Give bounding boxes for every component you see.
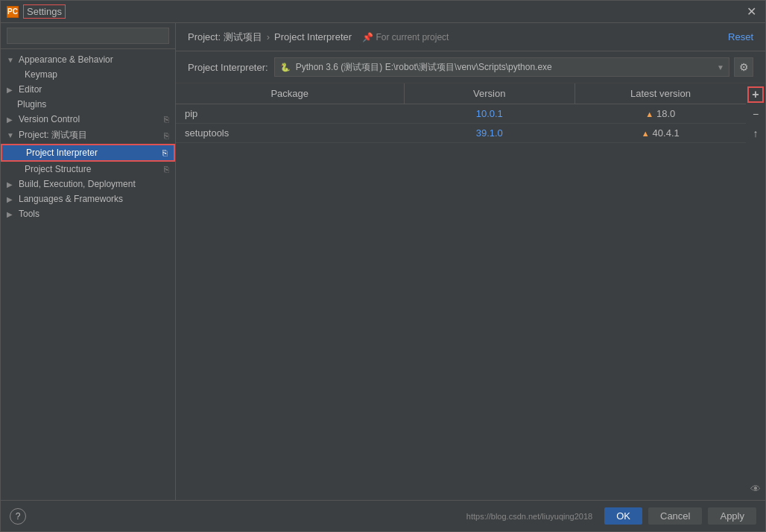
sidebar-tree: ▼ Appearance & Behavior Keymap ▶ Editor … <box>1 49 175 500</box>
gear-button[interactable]: ⚙ <box>734 57 753 77</box>
sidebar-item-label: Appearance & Behavior <box>19 54 169 65</box>
copy-icon: ⎘ <box>164 115 169 124</box>
remove-package-button[interactable]: − <box>747 106 764 122</box>
breadcrumb-current: Project Interpreter <box>274 31 352 42</box>
col-header-version: Version <box>404 83 575 104</box>
python-icon: 🐍 <box>279 61 291 73</box>
sidebar-item-label: Plugins <box>17 99 169 110</box>
settings-window: PC Settings ✕ ▼ Appearance & Behavior Ke… <box>0 0 766 532</box>
interpreter-label: Project Interpreter: <box>188 62 268 73</box>
title-bar-left: PC Settings <box>7 4 66 19</box>
sidebar: ▼ Appearance & Behavior Keymap ▶ Editor … <box>1 23 176 500</box>
panel-header: Project: 测试项目 › Project Interpreter 📌 Fo… <box>176 23 765 51</box>
package-name: pip <box>176 104 404 124</box>
search-box <box>1 23 175 49</box>
arrow-icon: ▶ <box>7 180 16 189</box>
bottom-right: https://blog.csdn.net/liuyuqing2018 OK C… <box>466 507 756 525</box>
arrow-icon: ▼ <box>7 56 16 64</box>
sidebar-item-label: Version Control <box>19 114 161 124</box>
sidebar-item-label: Build, Execution, Deployment <box>19 179 169 189</box>
interpreter-path: Python 3.6 (测试项目) E:\robot\测试项目\venv\Scr… <box>296 61 552 74</box>
app-icon: PC <box>7 6 19 18</box>
sidebar-item-label: Keymap <box>25 69 169 80</box>
sidebar-item-label: Project Interpreter <box>26 148 159 158</box>
breadcrumb-project: Project: 测试项目 <box>188 31 262 44</box>
interpreter-dropdown-text: 🐍 Python 3.6 (测试项目) E:\robot\测试项目\venv\S… <box>279 61 717 74</box>
sidebar-item-version-control[interactable]: ▶ Version Control ⎘ <box>1 112 175 127</box>
watermark-text: https://blog.csdn.net/liuyuqing2018 <box>466 512 592 521</box>
bottom-bar: ? https://blog.csdn.net/liuyuqing2018 OK… <box>1 500 765 531</box>
packages-table: Package Version Latest version <box>176 83 746 143</box>
package-latest: ▲18.0 <box>575 104 747 124</box>
cancel-button[interactable]: Cancel <box>648 507 702 525</box>
right-panel: Project: 测试项目 › Project Interpreter 📌 Fo… <box>176 23 765 500</box>
sidebar-item-label: Editor <box>19 84 169 95</box>
upgrade-package-button[interactable]: ↑ <box>747 125 764 142</box>
for-current-icon: 📌 <box>362 32 373 42</box>
col-header-package: Package <box>176 83 404 104</box>
close-button[interactable]: ✕ <box>744 4 759 19</box>
arrow-icon: ▶ <box>7 115 16 124</box>
breadcrumb: Project: 测试项目 › Project Interpreter 📌 Fo… <box>188 31 449 44</box>
arrow-icon: ▶ <box>7 210 16 218</box>
arrow-icon: ▶ <box>7 195 16 203</box>
copy-icon: ⎘ <box>164 165 169 174</box>
col-header-latest: Latest version <box>575 83 747 104</box>
table-row[interactable]: pip 10.0.1 ▲18.0 <box>176 104 746 124</box>
sidebar-item-label: Project Structure <box>25 164 161 174</box>
arrow-icon: ▼ <box>7 131 16 139</box>
copy-icon: ⎘ <box>162 148 168 157</box>
search-input[interactable] <box>7 28 169 44</box>
interpreter-row: Project Interpreter: 🐍 Python 3.6 (测试项目)… <box>176 51 765 83</box>
sidebar-item-tools[interactable]: ▶ Tools <box>1 206 175 221</box>
breadcrumb-subinfo: 📌 For current project <box>362 32 449 42</box>
help-button[interactable]: ? <box>10 508 26 525</box>
add-package-button[interactable]: + <box>747 86 764 103</box>
chevron-down-icon: ▼ <box>717 63 724 72</box>
table-container: Package Version Latest version <box>176 83 746 500</box>
table-area: Package Version Latest version <box>176 83 765 500</box>
interpreter-select: 🐍 Python 3.6 (测试项目) E:\robot\测试项目\venv\S… <box>274 57 753 77</box>
copy-icon: ⎘ <box>164 131 169 140</box>
sidebar-item-build-execution[interactable]: ▶ Build, Execution, Deployment <box>1 177 175 191</box>
package-latest: ▲40.4.1 <box>575 124 747 143</box>
reset-link[interactable]: Reset <box>728 31 753 42</box>
upgrade-arrow-icon: ▲ <box>642 129 650 138</box>
package-version: 10.0.1 <box>404 104 575 124</box>
ok-button[interactable]: OK <box>604 507 642 525</box>
upgrade-arrow-icon: ▲ <box>645 110 653 118</box>
side-buttons: + − ↑ 👁 <box>746 83 765 500</box>
sidebar-item-label: Tools <box>19 209 169 219</box>
eye-button[interactable]: 👁 <box>747 481 764 497</box>
sidebar-item-editor[interactable]: ▶ Editor <box>1 82 175 97</box>
sidebar-item-appearance-behavior[interactable]: ▼ Appearance & Behavior <box>1 52 175 67</box>
package-version: 39.1.0 <box>404 124 575 143</box>
breadcrumb-separator: › <box>267 31 270 42</box>
sidebar-item-project-interpreter[interactable]: Project Interpreter ⎘ <box>1 144 175 162</box>
arrow-icon: ▶ <box>7 86 16 94</box>
window-title: Settings <box>23 4 66 19</box>
eye-icon: 👁 <box>750 483 761 495</box>
title-bar: PC Settings ✕ <box>1 1 765 23</box>
sidebar-item-label: Project: 测试项目 <box>19 129 161 142</box>
apply-button[interactable]: Apply <box>708 507 756 525</box>
table-row[interactable]: setuptools 39.1.0 ▲40.4.1 <box>176 124 746 143</box>
sidebar-item-plugins[interactable]: Plugins <box>1 97 175 112</box>
main-content: ▼ Appearance & Behavior Keymap ▶ Editor … <box>1 23 765 500</box>
package-name: setuptools <box>176 124 404 143</box>
sidebar-item-label: Languages & Frameworks <box>19 194 169 204</box>
sidebar-item-project[interactable]: ▼ Project: 测试项目 ⎘ <box>1 127 175 144</box>
sidebar-item-keymap[interactable]: Keymap <box>1 67 175 82</box>
sidebar-item-languages-frameworks[interactable]: ▶ Languages & Frameworks <box>1 191 175 206</box>
interpreter-dropdown[interactable]: 🐍 Python 3.6 (测试项目) E:\robot\测试项目\venv\S… <box>274 57 729 77</box>
sidebar-item-project-structure[interactable]: Project Structure ⎘ <box>1 162 175 177</box>
